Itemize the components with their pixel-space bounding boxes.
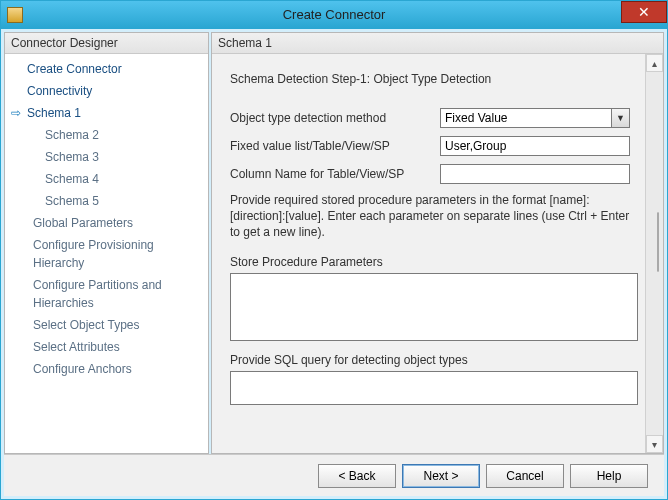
nav-global-parameters[interactable]: Global Parameters [5, 212, 208, 234]
chevron-down-icon: ▼ [611, 109, 629, 127]
current-step-arrow-icon: ⇨ [11, 104, 21, 122]
label-column-name: Column Name for Table/View/SP [230, 167, 440, 181]
detection-method-dropdown[interactable]: Fixed Value ▼ [440, 108, 630, 128]
footer-buttons: < Back Next > Cancel Help [4, 454, 664, 496]
scroll-up-icon[interactable]: ▴ [646, 54, 663, 72]
scroll-down-icon[interactable]: ▾ [646, 435, 663, 453]
nav-select-object-types[interactable]: Select Object Types [5, 314, 208, 336]
step-title: Schema Detection Step-1: Object Type Det… [230, 72, 631, 86]
label-sp-params: Store Procedure Parameters [230, 255, 631, 269]
left-panel-header: Connector Designer [5, 33, 208, 54]
left-panel: Connector Designer Create Connector Conn… [4, 32, 209, 454]
detection-method-value: Fixed Value [445, 111, 507, 125]
help-button[interactable]: Help [570, 464, 648, 488]
content-split: Connector Designer Create Connector Conn… [4, 32, 664, 454]
nav-configure-partitions-hierarchies[interactable]: Configure Partitions and Hierarchies [5, 274, 208, 314]
client-area: Connector Designer Create Connector Conn… [1, 29, 667, 499]
scroll-thumb[interactable] [657, 212, 659, 272]
close-icon: ✕ [638, 4, 650, 20]
right-body: Schema Detection Step-1: Object Type Det… [212, 54, 663, 453]
cancel-button[interactable]: Cancel [486, 464, 564, 488]
row-fixed-value-list: Fixed value list/Table/View/SP [230, 136, 631, 156]
column-name-input[interactable] [440, 164, 630, 184]
right-panel-header: Schema 1 [212, 33, 663, 54]
titlebar: Create Connector ✕ [1, 1, 667, 29]
nav-schema-3[interactable]: Schema 3 [5, 146, 208, 168]
nav-create-connector[interactable]: Create Connector [5, 58, 208, 80]
sp-help-text: Provide required stored procedure parame… [230, 192, 631, 241]
nav-schema-1[interactable]: ⇨ Schema 1 [5, 102, 208, 124]
label-sql-query: Provide SQL query for detecting object t… [230, 353, 631, 367]
app-icon [7, 7, 23, 23]
nav-connectivity[interactable]: Connectivity [5, 80, 208, 102]
row-column-name: Column Name for Table/View/SP [230, 164, 631, 184]
next-button[interactable]: Next > [402, 464, 480, 488]
row-detection-method: Object type detection method Fixed Value… [230, 108, 631, 128]
vertical-scrollbar[interactable]: ▴ ▾ [645, 54, 663, 453]
nav-list: Create Connector Connectivity ⇨ Schema 1… [5, 54, 208, 453]
nav-select-attributes[interactable]: Select Attributes [5, 336, 208, 358]
label-fixed-value-list: Fixed value list/Table/View/SP [230, 139, 440, 153]
right-panel: Schema 1 Schema Detection Step-1: Object… [211, 32, 664, 454]
close-button[interactable]: ✕ [621, 1, 667, 23]
window: Create Connector ✕ Connector Designer Cr… [0, 0, 668, 500]
form-area: Schema Detection Step-1: Object Type Det… [212, 54, 645, 453]
label-detection-method: Object type detection method [230, 111, 440, 125]
fixed-value-list-input[interactable] [440, 136, 630, 156]
back-button[interactable]: < Back [318, 464, 396, 488]
nav-configure-provisioning-hierarchy[interactable]: Configure Provisioning Hierarchy [5, 234, 208, 274]
nav-configure-anchors[interactable]: Configure Anchors [5, 358, 208, 380]
window-title: Create Connector [1, 7, 667, 22]
nav-schema-2[interactable]: Schema 2 [5, 124, 208, 146]
nav-schema-4[interactable]: Schema 4 [5, 168, 208, 190]
sp-params-textarea[interactable] [230, 273, 638, 341]
sql-query-textarea[interactable] [230, 371, 638, 405]
nav-schema-5[interactable]: Schema 5 [5, 190, 208, 212]
